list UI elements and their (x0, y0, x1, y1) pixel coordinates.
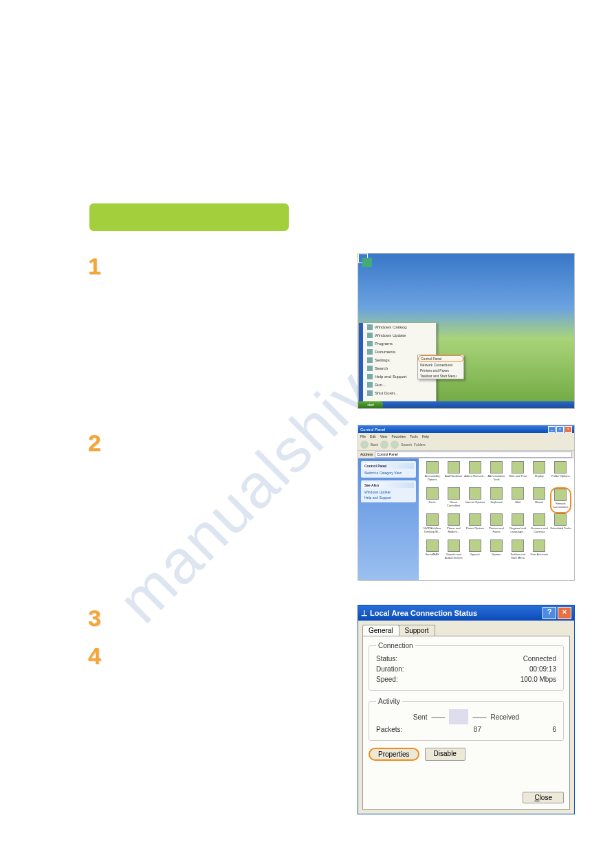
status-value: Connected (523, 655, 556, 663)
cp-icon[interactable]: Internet Options (464, 487, 485, 513)
menu-file[interactable]: File (360, 434, 366, 438)
menu-favorites[interactable]: Favorites (391, 434, 406, 438)
cp-icon[interactable]: System (485, 539, 507, 566)
cp-icon[interactable]: NVIDIA nView Desktop M... (421, 513, 443, 539)
activity-group: Activity Sent —— —— Received Packets: 87… (369, 698, 564, 741)
dialog-titlebar: ⊥ Local Area Connection Status ? × (358, 605, 574, 621)
menu-item-programs[interactable]: Programs (359, 340, 436, 348)
cp-icon[interactable]: Accessibility Options (421, 461, 443, 487)
switch-view-link[interactable]: Switch to Category View (363, 470, 414, 476)
cp-icon[interactable]: Power Options (464, 513, 485, 539)
close-x-button[interactable]: × (558, 607, 571, 619)
cp-icon-image (426, 487, 439, 500)
minimize-button[interactable]: _ (548, 426, 556, 433)
cp-icon-label: Internet Options (465, 500, 485, 504)
menu-view[interactable]: View (380, 434, 388, 438)
menu-edit[interactable]: Edit (370, 434, 376, 438)
cp-icon[interactable]: Add or Remove... (464, 461, 485, 487)
cp-icon[interactable]: Keyboard (485, 487, 507, 513)
cp-icon[interactable]: Printers and Faxes (485, 513, 507, 539)
address-field[interactable]: Control Panel (375, 452, 572, 458)
cp-icon-image (554, 461, 567, 474)
step-number-3: 3 (88, 605, 101, 632)
cp-icon-label: Regional and Language... (507, 526, 529, 533)
cp-icon[interactable]: User Accounts (529, 539, 550, 566)
menu-help[interactable]: Help (422, 434, 429, 438)
cp-icon[interactable]: Speech (464, 539, 485, 566)
cp-icon[interactable]: Phone and Modem... (443, 513, 464, 539)
search-button[interactable]: Search (401, 443, 412, 447)
cp-icon[interactable]: Administrative Tools (485, 461, 507, 487)
task-box-see-also: See Also Windows Update Help and Support (361, 480, 416, 502)
folders-button[interactable]: Folders (414, 443, 426, 447)
submenu-network[interactable]: Network Connections (418, 362, 463, 368)
settings-submenu: Control Panel Network Connections Printe… (417, 355, 464, 379)
cp-icon-label: User Accounts (530, 553, 548, 556)
speed-value: 100.0 Mbps (520, 676, 556, 683)
properties-button[interactable]: Properties (369, 748, 419, 761)
see-also-help[interactable]: Help and Support (363, 495, 414, 500)
cp-icon-label: Display (535, 474, 544, 478)
start-button[interactable]: start (358, 401, 383, 408)
back-button-icon[interactable] (360, 441, 369, 449)
cp-icon[interactable]: Scheduled Tasks (550, 513, 571, 539)
cp-icon-image (469, 461, 481, 474)
tab-general[interactable]: General (362, 625, 399, 636)
cp-icon-label: Network Connections (551, 502, 570, 509)
close-button[interactable]: Close (523, 792, 564, 803)
activity-legend: Activity (376, 698, 402, 705)
tab-support[interactable]: Support (399, 625, 435, 636)
cp-icon[interactable]: Taskbar and Start Menu (507, 539, 529, 566)
window-titlebar: Control Panel _ □ × (358, 425, 574, 433)
cp-icon-image (512, 513, 524, 526)
cp-icon[interactable]: Add Hardware (443, 461, 464, 487)
help-button[interactable]: ? (542, 607, 556, 619)
submenu-printers[interactable]: Printers and Faxes (418, 368, 463, 373)
cp-icon[interactable]: SoundMAX (421, 539, 443, 566)
cp-icon[interactable]: Game Controllers (443, 487, 464, 513)
menu-item-shutdown[interactable]: Shut Down... (359, 389, 436, 397)
cp-icon-label: Add Hardware (445, 474, 463, 478)
menu-item-run[interactable]: Run... (359, 381, 436, 389)
forward-button-icon[interactable] (380, 441, 388, 449)
sent-value: 87 (402, 726, 552, 733)
cp-icon[interactable]: Date and Time (507, 461, 529, 487)
toolbar: Back Search Folders (358, 439, 574, 451)
tab-body: Connection Status: Connected Duration: 0… (362, 636, 570, 810)
cp-icon[interactable]: Network Connections (550, 487, 571, 513)
cp-icon[interactable]: Fonts (421, 487, 443, 513)
cp-icon[interactable]: Sounds and Audio Devices (443, 539, 464, 566)
cp-icon-label: Fonts (429, 500, 436, 504)
cp-icon[interactable]: Folder Options (550, 461, 571, 487)
duration-label: Duration: (376, 665, 404, 673)
submenu-control-panel[interactable]: Control Panel (418, 355, 463, 362)
step-number-1: 1 (88, 253, 101, 280)
cp-icon-image (490, 513, 503, 526)
cp-icon-image (554, 513, 567, 526)
cp-icon[interactable]: Display (529, 461, 550, 487)
cp-icon-image (533, 487, 545, 500)
cp-icon[interactable]: Regional and Language... (507, 513, 529, 539)
cp-icon[interactable]: Scanners and Cameras (529, 513, 550, 539)
menu-item-catalog[interactable]: Windows Catalog (359, 323, 436, 331)
up-button-icon[interactable] (391, 441, 399, 449)
cp-icon[interactable]: Mouse (529, 487, 550, 513)
speed-label: Speed: (376, 676, 398, 683)
cp-icon-label: Speech (470, 553, 480, 556)
menu-item-update[interactable]: Windows Update (359, 331, 436, 340)
cp-icon-image (554, 489, 567, 501)
connection-group: Connection Status: Connected Duration: 0… (369, 642, 564, 691)
packets-label: Packets: (376, 726, 402, 733)
cp-icon-label: Printers and Faxes (485, 526, 507, 533)
cp-icon[interactable]: Mail (507, 487, 529, 513)
task-box-title: See Also (363, 482, 414, 488)
address-bar: Address Control Panel (358, 451, 574, 458)
disable-button[interactable]: Disable (425, 748, 465, 761)
maximize-button[interactable]: □ (556, 426, 564, 433)
step-number-4: 4 (88, 643, 101, 669)
cp-icon-image (426, 513, 439, 526)
see-also-update[interactable]: Windows Update (363, 489, 414, 495)
close-button[interactable]: × (564, 426, 572, 433)
menu-tools[interactable]: Tools (410, 434, 418, 438)
submenu-taskbar[interactable]: Taskbar and Start Menu (418, 373, 463, 379)
